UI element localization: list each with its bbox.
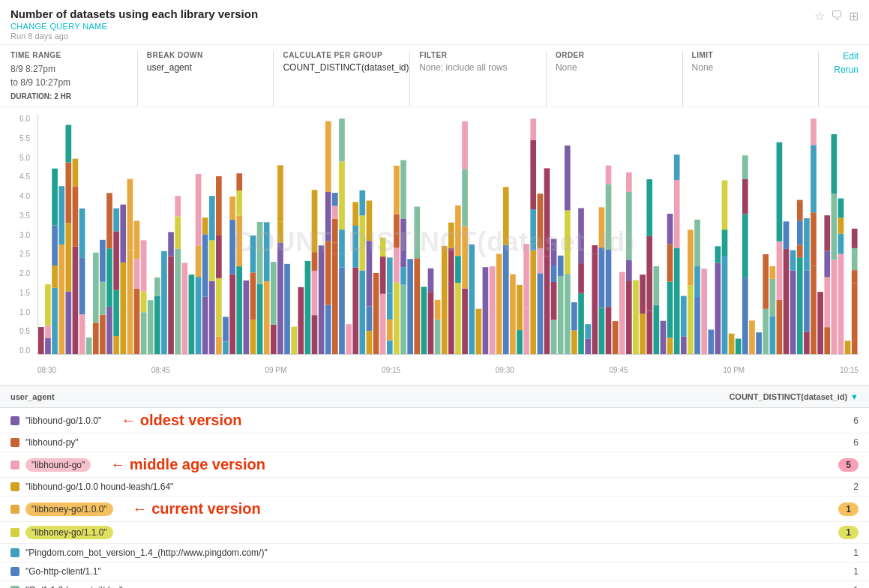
svg-rect-141	[428, 292, 434, 354]
table-row[interactable]: "Go-http-client/1.1" 1	[0, 562, 869, 581]
svg-rect-27	[106, 248, 112, 307]
svg-rect-42	[141, 240, 147, 291]
change-query-name-link[interactable]: CHANGE QUERY NAME	[10, 22, 258, 31]
x-axis-label: 10 PM	[723, 366, 745, 374]
svg-rect-153	[462, 169, 468, 226]
x-axis-label: 09:30	[496, 366, 514, 374]
table-row[interactable]: "libhound-go/1.0.0 hound-leash/1.64" 2	[0, 478, 869, 496]
svg-rect-76	[244, 280, 250, 354]
count-value: 6	[853, 416, 859, 426]
svg-rect-199	[606, 184, 612, 250]
svg-rect-22	[93, 253, 99, 322]
y-axis-label: 0.0	[19, 346, 30, 355]
comment-icon[interactable]: 🗨	[831, 9, 843, 23]
svg-rect-124	[380, 238, 386, 256]
svg-rect-279	[838, 234, 844, 254]
svg-rect-229	[694, 266, 700, 297]
header-icons: ☆ 🗨 ⊞	[814, 9, 859, 23]
svg-rect-72	[236, 266, 242, 354]
count-value: 1	[838, 502, 859, 516]
svg-rect-37	[134, 289, 140, 354]
table-row[interactable]: "libhound-go" ← middle age version 5	[0, 452, 869, 478]
svg-rect-280	[838, 218, 844, 233]
edit-link[interactable]: Edit	[843, 51, 859, 62]
svg-rect-181	[558, 276, 564, 354]
svg-rect-68	[223, 316, 229, 341]
time-range-section: TIME RANGE 8/9 8:27pm to 8/9 10:27pm DUR…	[10, 51, 138, 106]
svg-rect-77	[250, 320, 256, 354]
svg-rect-35	[127, 250, 133, 354]
svg-rect-235	[722, 256, 728, 354]
edit-rerun-panel: Edit Rerun	[828, 51, 859, 106]
color-swatch	[10, 505, 19, 514]
table-row[interactable]: "libhound-py" 6	[0, 434, 869, 452]
svg-rect-129	[394, 283, 400, 354]
break-down-section: BREAK DOWN user_agent	[147, 51, 274, 106]
svg-rect-213	[646, 179, 652, 236]
svg-rect-230	[694, 220, 700, 266]
grid-icon[interactable]: ⊞	[849, 9, 859, 23]
svg-rect-157	[483, 267, 489, 354]
svg-rect-32	[113, 208, 119, 232]
svg-rect-249	[769, 279, 775, 316]
svg-rect-190	[578, 208, 584, 263]
rerun-link[interactable]: Rerun	[834, 64, 859, 75]
svg-rect-282	[845, 340, 851, 354]
agent-name: "libhoney-go/1.1.0"	[25, 526, 113, 539]
svg-rect-164	[517, 285, 523, 330]
svg-rect-233	[715, 262, 721, 354]
table-row[interactable]: "libhound-go/1.0.0" ← oldest version 6	[0, 408, 869, 434]
row-count-cell: 6	[853, 437, 859, 448]
svg-rect-252	[777, 242, 783, 300]
svg-rect-285	[852, 248, 858, 270]
svg-rect-223	[674, 154, 680, 180]
svg-rect-92	[305, 261, 311, 354]
svg-rect-248	[769, 316, 775, 354]
svg-rect-64	[216, 278, 222, 337]
svg-rect-36	[127, 179, 133, 250]
x-axis-labels: 08:3008:4509 PM09:1509:3009:4510 PM10:15	[37, 366, 859, 374]
svg-rect-54	[196, 277, 202, 354]
svg-rect-283	[852, 283, 858, 354]
svg-rect-253	[777, 185, 783, 242]
agent-name: "libhound-go"	[25, 458, 91, 472]
query-params-bar: TIME RANGE 8/9 8:27pm to 8/9 10:27pm DUR…	[0, 45, 869, 107]
table-row[interactable]: "Pingdom.com_bot_version_1.4_(http://www…	[0, 544, 869, 562]
svg-rect-65	[216, 236, 222, 278]
svg-rect-34	[120, 205, 126, 263]
svg-rect-281	[838, 199, 844, 218]
svg-rect-30	[113, 290, 119, 336]
table-row[interactable]: "Go/1.1.0-honeytail/dev" 1	[0, 581, 869, 588]
svg-rect-151	[462, 289, 468, 354]
svg-rect-131	[394, 214, 400, 248]
svg-rect-90	[291, 327, 297, 354]
table-row[interactable]: "libhoney-go/1.1.0" 1	[0, 522, 869, 544]
row-agent-cell: "libhound-py"	[10, 437, 79, 448]
svg-rect-89	[284, 264, 290, 354]
svg-rect-67	[223, 341, 229, 354]
svg-rect-104	[332, 206, 338, 219]
svg-rect-49	[175, 248, 181, 354]
svg-rect-17	[79, 314, 85, 354]
svg-rect-234	[715, 246, 721, 262]
svg-rect-260	[797, 244, 803, 257]
svg-rect-16	[73, 159, 79, 187]
page-title: Number of datasets using each library ve…	[10, 8, 258, 20]
svg-rect-149	[455, 256, 461, 283]
filter-section: FILTER None; include all rows	[419, 51, 547, 106]
svg-rect-261	[797, 220, 803, 244]
svg-rect-263	[804, 332, 810, 354]
order-label: ORDER	[556, 51, 673, 59]
table-row[interactable]: "libhoney-go/1.0.0" ← current version 1	[0, 496, 869, 522]
svg-rect-159	[496, 254, 502, 354]
svg-rect-13	[65, 125, 71, 163]
row-count-cell: 1	[853, 566, 859, 577]
svg-rect-86	[277, 242, 283, 354]
svg-rect-111	[352, 268, 358, 354]
svg-rect-14	[73, 247, 79, 354]
duration-badge: DURATION: 2 HR	[10, 92, 128, 100]
svg-rect-138	[414, 258, 420, 354]
sort-arrow-icon[interactable]: ▼	[850, 392, 859, 401]
star-icon[interactable]: ☆	[814, 9, 825, 23]
svg-rect-100	[325, 192, 331, 242]
